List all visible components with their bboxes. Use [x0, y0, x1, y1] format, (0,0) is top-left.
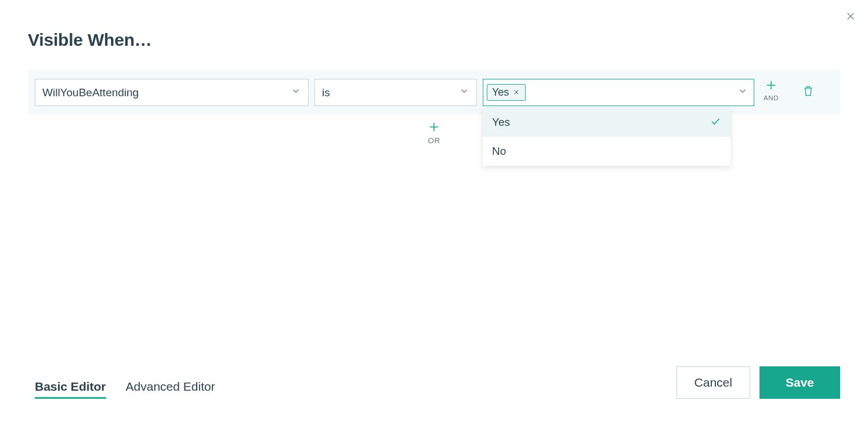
trash-icon	[802, 85, 814, 100]
editor-tabs: Basic Editor Advanced Editor	[35, 380, 215, 399]
close-icon	[513, 86, 520, 99]
operator-select-value: is	[322, 86, 330, 99]
check-icon	[710, 115, 721, 130]
delete-condition-button[interactable]	[802, 86, 815, 99]
tab-label: Basic Editor	[35, 380, 106, 393]
button-label: Cancel	[695, 376, 732, 390]
cancel-button[interactable]: Cancel	[677, 366, 750, 399]
or-label: OR	[428, 136, 440, 145]
value-dropdown: Yes No	[483, 108, 730, 166]
chevron-down-icon	[459, 86, 469, 99]
add-and-condition-button[interactable]: AND	[764, 79, 779, 101]
close-dialog-button[interactable]	[845, 12, 856, 23]
save-button[interactable]: Save	[760, 366, 840, 399]
value-chip: Yes	[487, 84, 526, 101]
button-label: Save	[786, 376, 814, 390]
dropdown-option-yes[interactable]: Yes	[483, 108, 730, 137]
field-select-value: WillYouBeAttending	[42, 86, 139, 99]
field-select[interactable]: WillYouBeAttending	[35, 79, 309, 106]
close-icon	[845, 11, 856, 24]
plus-icon	[765, 79, 777, 94]
tab-basic-editor[interactable]: Basic Editor	[35, 380, 106, 399]
remove-value-button[interactable]	[512, 89, 520, 97]
chevron-down-icon	[291, 86, 301, 99]
dropdown-option-label: No	[492, 145, 506, 158]
dropdown-option-no[interactable]: No	[483, 137, 730, 166]
value-select[interactable]: Yes Yes	[483, 79, 754, 106]
value-chip-label: Yes	[492, 86, 509, 99]
add-or-condition-button[interactable]: OR	[0, 121, 868, 145]
chevron-down-icon	[737, 86, 748, 99]
plus-icon	[428, 121, 440, 136]
dialog-buttons: Cancel Save	[677, 366, 840, 399]
and-label: AND	[764, 94, 779, 101]
tab-label: Advanced Editor	[126, 380, 215, 393]
dropdown-option-label: Yes	[492, 116, 510, 129]
dialog-footer: Basic Editor Advanced Editor Cancel Save	[35, 366, 840, 399]
dialog-title: Visible When…	[28, 30, 152, 50]
operator-select[interactable]: is	[314, 79, 477, 106]
condition-row: WillYouBeAttending is Yes	[28, 70, 840, 114]
tab-advanced-editor[interactable]: Advanced Editor	[126, 380, 215, 399]
